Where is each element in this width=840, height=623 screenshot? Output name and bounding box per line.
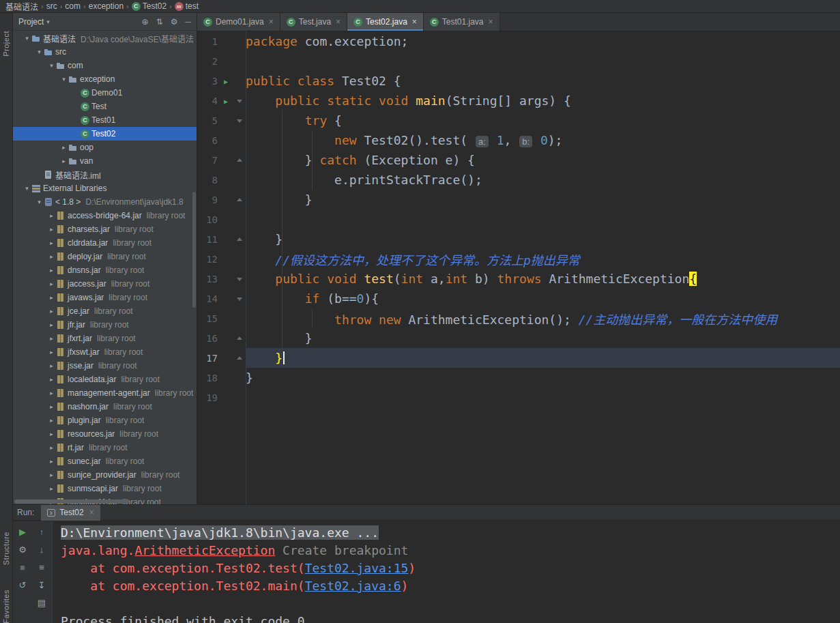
code-line[interactable]: 18}	[197, 368, 840, 388]
chevron-right-icon[interactable]: ▸	[47, 212, 56, 219]
tree-item[interactable]: ▸plugin.jarlibrary root	[13, 414, 197, 427]
print-icon[interactable]: ▤	[38, 598, 46, 609]
tree-item[interactable]: ▸cldrdata.jarlibrary root	[13, 236, 197, 250]
tree-item[interactable]: CTest02	[13, 127, 197, 141]
chevron-right-icon[interactable]: ▸	[47, 253, 56, 260]
fold-expand-icon[interactable]	[237, 356, 242, 360]
editor[interactable]: 1package com.exception;23▶public class T…	[197, 31, 840, 504]
chevron-right-icon[interactable]: ▸	[47, 362, 56, 369]
chevron-right-icon[interactable]: ▸	[47, 444, 56, 451]
tree-item[interactable]: ▸oop	[13, 141, 197, 154]
stacktrace-link[interactable]: Test02.java:15	[305, 561, 409, 575]
code-line[interactable]: 9 }	[197, 190, 840, 209]
hide-panel-icon[interactable]: ─	[185, 17, 191, 27]
code-line[interactable]: 10	[197, 209, 840, 229]
tree-item[interactable]: ▸sunmscapi.jarlibrary root	[13, 482, 197, 495]
settings-icon[interactable]: ⚙	[171, 17, 178, 27]
tree-item[interactable]: ▸charsets.jarlibrary root	[13, 222, 197, 236]
tree-item[interactable]: 基础语法.iml	[13, 168, 197, 182]
close-icon[interactable]: ×	[269, 17, 274, 27]
breadcrumb-item[interactable]: 基础语法	[4, 1, 40, 12]
chevron-right-icon[interactable]: ▸	[47, 390, 56, 396]
chevron-right-icon[interactable]: ▸	[47, 280, 56, 287]
code-line[interactable]: 5 try {	[197, 111, 840, 130]
fold-expand-icon[interactable]	[237, 198, 242, 201]
collapse-all-icon[interactable]: ⇅	[156, 17, 163, 27]
chevron-down-icon[interactable]: ▾	[35, 48, 44, 55]
fold-collapse-icon[interactable]	[237, 119, 242, 123]
down-stacktrace-icon[interactable]: ↓	[40, 545, 44, 555]
restore-layout-icon[interactable]: ↺	[19, 580, 27, 591]
code-line[interactable]: 4▶ public static void main(String[] args…	[197, 91, 840, 111]
fold-expand-icon[interactable]	[237, 237, 242, 241]
tree-item[interactable]: ▸jce.jarlibrary root	[13, 304, 197, 318]
tree-item[interactable]: ▾External Libraries	[13, 182, 197, 195]
vertical-scrollbar[interactable]	[192, 192, 196, 308]
run-tab[interactable]: Test02 ×	[41, 505, 100, 521]
tree-item[interactable]: ▸van	[13, 154, 197, 168]
tree-item[interactable]: ▸management-agent.jarlibrary root	[13, 386, 197, 400]
breadcrumb-item[interactable]: CTest02	[130, 1, 168, 11]
code-line[interactable]: 12 //假设这方法中，处理不了这个异常。方法上p抛出异常	[197, 249, 840, 269]
chevron-right-icon[interactable]: ▸	[47, 226, 56, 233]
tree-item[interactable]: CDemo01	[13, 86, 197, 100]
chevron-right-icon[interactable]: ▸	[47, 294, 56, 301]
close-icon[interactable]: ×	[89, 508, 94, 517]
scroll-to-end-icon[interactable]: ↧	[38, 580, 46, 591]
tree-item[interactable]: ▸resources.jarlibrary root	[13, 427, 197, 441]
chevron-right-icon[interactable]: ▸	[47, 472, 56, 478]
chevron-right-icon[interactable]: ▸	[59, 158, 68, 164]
tree-item[interactable]: ▸sunjce_provider.jarlibrary root	[13, 468, 197, 482]
tree-item[interactable]: ▸access-bridge-64.jarlibrary root	[13, 209, 197, 222]
tree-item[interactable]: ▾exception	[13, 72, 197, 86]
chevron-right-icon[interactable]: ▸	[47, 240, 56, 246]
tool-button-project[interactable]: Project	[2, 31, 10, 57]
breadcrumb-item[interactable]: com	[63, 1, 82, 11]
run-line-icon[interactable]: ▶	[224, 77, 228, 85]
close-icon[interactable]: ×	[336, 17, 341, 27]
stacktrace-link[interactable]: Test02.java:6	[305, 579, 401, 593]
chevron-down-icon[interactable]: ▾	[23, 35, 31, 42]
breadcrumb-item[interactable]: exception	[87, 1, 125, 11]
code-line[interactable]: 8 e.printStackTrace();	[197, 170, 840, 190]
tree-item[interactable]: ▾com	[13, 59, 197, 72]
tree-item[interactable]: CTest01	[13, 113, 197, 127]
chevron-right-icon[interactable]: ▸	[47, 321, 56, 328]
editor-tab[interactable]: CTest02.java×	[347, 13, 424, 31]
locate-icon[interactable]: ⊕	[142, 17, 149, 27]
breadcrumb-item[interactable]: mtest	[173, 1, 200, 11]
close-icon[interactable]: ×	[412, 17, 417, 27]
chevron-right-icon[interactable]: ▸	[47, 335, 56, 342]
fold-expand-icon[interactable]	[237, 336, 242, 340]
tree-item[interactable]: ▸dnsns.jarlibrary root	[13, 263, 197, 277]
tree-item[interactable]: ▸localedata.jarlibrary root	[13, 373, 197, 386]
chevron-down-icon[interactable]: ▾	[59, 76, 68, 83]
tree-item[interactable]: ▸nashorn.jarlibrary root	[13, 400, 197, 414]
stop-icon[interactable]: ■	[20, 562, 25, 573]
code-line[interactable]: 14 if (b==0){	[197, 289, 840, 308]
chevron-right-icon[interactable]: ▸	[47, 376, 56, 383]
project-view-selector[interactable]: Project ▾	[18, 17, 50, 27]
fold-collapse-icon[interactable]	[237, 100, 242, 103]
tree-item[interactable]: ▸jaccess.jarlibrary root	[13, 277, 197, 291]
fold-collapse-icon[interactable]	[237, 278, 242, 281]
code-line[interactable]: 11 }	[197, 229, 840, 249]
code-line[interactable]: 3▶public class Test02 {	[197, 71, 840, 91]
exception-link[interactable]: ArithmeticException	[134, 543, 275, 557]
tree-item[interactable]: ▸jfxrt.jarlibrary root	[13, 332, 197, 345]
chevron-right-icon[interactable]: ▸	[47, 403, 56, 410]
chevron-down-icon[interactable]: ▾	[23, 185, 31, 192]
tree-item[interactable]: ▸javaws.jarlibrary root	[13, 291, 197, 304]
tree-item[interactable]: ▾< 1.8 >D:\Environment\java\jdk1.8	[13, 195, 197, 209]
chevron-right-icon[interactable]: ▸	[47, 431, 56, 437]
code-line[interactable]: 16 }	[197, 328, 840, 348]
chevron-right-icon[interactable]: ▸	[59, 144, 68, 151]
tree-item[interactable]: CTest	[13, 100, 197, 113]
chevron-right-icon[interactable]: ▸	[47, 485, 56, 492]
tree-item[interactable]: ▾src	[13, 45, 197, 59]
code-line[interactable]: 19	[197, 388, 840, 407]
breadcrumb-item[interactable]: src	[45, 1, 59, 11]
fold-collapse-icon[interactable]	[237, 298, 242, 301]
editor-tab[interactable]: CTest01.java×	[424, 13, 500, 31]
chevron-right-icon[interactable]: ▸	[47, 349, 56, 356]
